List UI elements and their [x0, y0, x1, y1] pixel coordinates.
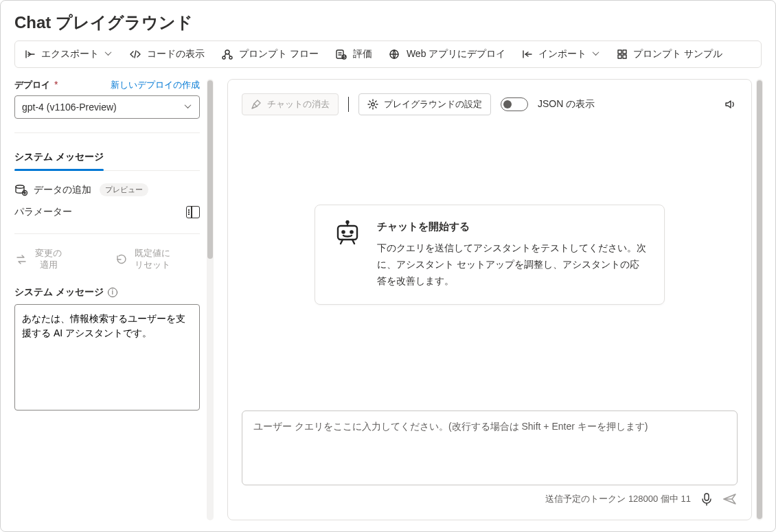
- reset-default-button: 既定値に リセット: [114, 248, 200, 271]
- prompt-samples-button[interactable]: プロンプト サンプル: [617, 48, 722, 60]
- svg-point-10: [16, 185, 24, 187]
- svg-point-12: [372, 103, 374, 106]
- main-toolbar: エクスポート コードの表示 プロンプト フロー 評価 Web アプリにデプロイ …: [14, 41, 762, 68]
- action-buttons: 変更の 適用 既定値に リセット: [14, 248, 200, 271]
- svg-rect-8: [618, 55, 621, 58]
- panel-toggle-icon: [186, 206, 200, 218]
- show-code-button[interactable]: コードの表示: [129, 48, 205, 60]
- chat-toolbar: チャットの消去 プレイグラウンドの設定 JSON の表示: [242, 93, 738, 115]
- app-frame: Chat プレイグラウンド エクスポート コードの表示 プロンプト フロー 評価…: [0, 0, 776, 532]
- clear-chat-button: チャットの消去: [242, 93, 339, 115]
- deploy-label: デプロイ *: [14, 79, 58, 91]
- svg-point-4: [342, 55, 346, 59]
- chat-scrollbar[interactable]: [756, 79, 763, 520]
- reset-icon: [114, 253, 128, 266]
- export-label: エクスポート: [41, 48, 99, 60]
- gear-icon: [367, 99, 378, 110]
- sidebar-tabs: システム メッセージ: [14, 147, 200, 171]
- svg-point-15: [342, 231, 344, 233]
- show-json-label: JSON の表示: [538, 98, 595, 111]
- scrollbar-thumb[interactable]: [757, 80, 762, 519]
- system-message-textarea[interactable]: [14, 304, 200, 410]
- speaker-icon[interactable]: [724, 97, 738, 111]
- svg-rect-9: [623, 55, 626, 58]
- content-row: デプロイ * 新しいデプロイの作成 gpt-4 (v1106-Preview) …: [1, 79, 775, 532]
- welcome-card: チャットを開始する 下のクエリを送信してアシスタントをテストしてください。次に、…: [315, 205, 665, 305]
- chat-footer: 送信予定のトークン 128000 個中 11: [242, 492, 738, 506]
- parameters-row[interactable]: パラメーター: [14, 206, 200, 218]
- preview-badge: プレビュー: [100, 183, 148, 196]
- flow-icon: [221, 49, 233, 60]
- chat-input-area[interactable]: [242, 410, 738, 485]
- sidebar-wrap: デプロイ * 新しいデプロイの作成 gpt-4 (v1106-Preview) …: [14, 79, 214, 520]
- mic-icon[interactable]: [700, 492, 713, 506]
- required-asterisk: *: [54, 79, 58, 90]
- data-plus-icon: [14, 184, 28, 196]
- swap-icon: [14, 253, 28, 266]
- divider: [14, 132, 200, 133]
- grid-icon: [617, 49, 628, 60]
- code-icon: [129, 49, 141, 60]
- system-message-heading: システム メッセージ i: [14, 286, 200, 299]
- export-button[interactable]: エクスポート: [25, 48, 113, 60]
- evaluate-label: 評価: [353, 48, 372, 60]
- info-icon[interactable]: i: [108, 288, 117, 297]
- import-label: インポート: [538, 48, 586, 60]
- svg-point-1: [222, 56, 225, 59]
- import-button[interactable]: インポート: [522, 48, 600, 60]
- deploy-select-value: gpt-4 (v1106-Preview): [22, 102, 117, 113]
- show-code-label: コードの表示: [147, 48, 205, 60]
- chat-input[interactable]: [252, 419, 727, 474]
- prompt-samples-label: プロンプト サンプル: [633, 48, 722, 60]
- svg-rect-6: [618, 50, 621, 54]
- evaluate-icon: [335, 49, 347, 60]
- apply-changes-button: 変更の 適用: [14, 248, 100, 271]
- svg-point-16: [350, 231, 352, 233]
- broom-icon: [251, 99, 262, 110]
- globe-icon: [389, 49, 401, 60]
- parameters-label: パラメーター: [14, 206, 72, 218]
- sidebar-scrollbar[interactable]: [207, 79, 214, 520]
- svg-rect-17: [705, 494, 709, 500]
- svg-rect-7: [623, 50, 626, 54]
- separator: [348, 97, 349, 112]
- page-title: Chat プレイグラウンド: [1, 1, 775, 41]
- svg-rect-13: [338, 226, 357, 240]
- prompt-flow-button[interactable]: プロンプト フロー: [221, 48, 319, 60]
- divider: [14, 233, 200, 234]
- chevron-down-icon: [185, 104, 192, 111]
- deploy-web-button[interactable]: Web アプリにデプロイ: [389, 48, 505, 60]
- chat-panel: チャットの消去 プレイグラウンドの設定 JSON の表示: [227, 79, 752, 520]
- new-deploy-link[interactable]: 新しいデプロイの作成: [111, 79, 200, 91]
- chat-panel-wrap: チャットの消去 プレイグラウンドの設定 JSON の表示: [227, 79, 763, 520]
- welcome-title: チャットを開始する: [377, 220, 646, 233]
- scrollbar-thumb[interactable]: [207, 80, 213, 259]
- sidebar: デプロイ * 新しいデプロイの作成 gpt-4 (v1106-Preview) …: [14, 79, 207, 520]
- add-data-label: データの追加: [34, 184, 91, 196]
- deploy-label-row: デプロイ * 新しいデプロイの作成: [14, 79, 200, 91]
- send-icon[interactable]: [722, 492, 738, 506]
- svg-point-14: [347, 221, 349, 223]
- welcome-body: 下のクエリを送信してアシスタントをテストしてください。次に、アシスタント セット…: [377, 240, 646, 289]
- playground-settings-button[interactable]: プレイグラウンドの設定: [358, 93, 491, 115]
- add-data-row[interactable]: データの追加 プレビュー: [14, 183, 200, 196]
- prompt-flow-label: プロンプト フロー: [239, 48, 319, 60]
- export-icon: [25, 49, 36, 60]
- deploy-web-label: Web アプリにデプロイ: [407, 48, 505, 60]
- chevron-down-icon: [106, 51, 113, 58]
- chevron-down-icon: [593, 51, 600, 58]
- svg-point-2: [229, 56, 232, 59]
- deploy-select[interactable]: gpt-4 (v1106-Preview): [14, 95, 200, 119]
- evaluate-button[interactable]: 評価: [335, 48, 372, 60]
- robot-icon: [333, 220, 362, 249]
- token-counter: 送信予定のトークン 128000 個中 11: [545, 493, 691, 505]
- json-toggle[interactable]: [501, 97, 528, 111]
- tab-system-message[interactable]: システム メッセージ: [14, 147, 104, 170]
- import-icon: [522, 49, 533, 60]
